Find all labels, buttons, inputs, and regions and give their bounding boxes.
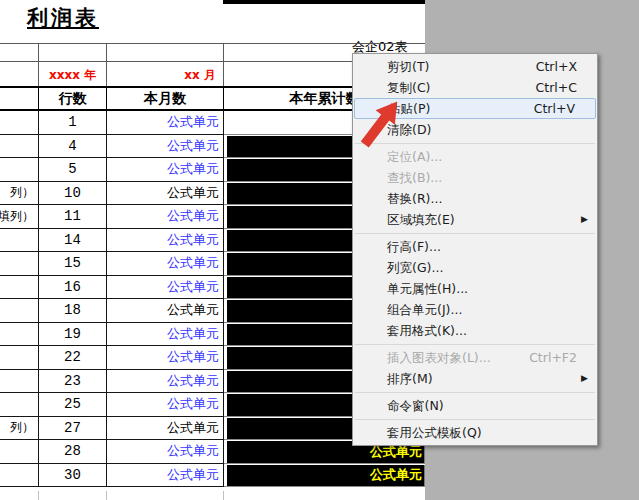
cell-line-number[interactable]: 11 [39,205,107,229]
grid-cell[interactable] [0,62,39,86]
menu-item-paste[interactable]: 粘贴(P)Ctrl+V [354,98,596,119]
menu-item-sort[interactable]: 排序(M)▶ [353,368,597,389]
cell-item[interactable]: 列） [0,417,39,441]
cell-item[interactable] [0,158,39,182]
menu-item-cell-properties[interactable]: 单元属性(H)... [353,278,597,299]
menu-item-copy[interactable]: 复制(C)Ctrl+C [353,77,597,98]
menu-item-apply-format[interactable]: 套用格式(K)... [353,320,597,341]
cell-line-number[interactable]: 10 [39,182,107,206]
menu-item-merge-cells[interactable]: 组合单元(J)... [353,299,597,320]
cell-month-formula[interactable]: 公式单元 [107,299,224,323]
cell-month-formula[interactable]: 公式单元 [107,182,224,206]
cell-month-formula[interactable]: 公式单元 [107,464,224,488]
cell-item[interactable] [0,252,39,276]
item-text-fragment: 填列） [0,208,34,225]
menu-item-fill-range[interactable]: 区域填充(E)▶ [353,209,597,230]
menu-item-apply-formula-template[interactable]: 套用公式模板(Q) [353,422,597,443]
menu-item-command-window[interactable]: 命令窗(N) [353,395,597,416]
menu-separator [355,143,595,144]
item-text-fragment: 列） [10,419,34,436]
cell-month-formula[interactable]: 公式单元 [107,205,224,229]
cell-line-number[interactable]: 23 [39,370,107,394]
grid-cell[interactable]: xx 月 [107,62,224,86]
cell-item[interactable] [0,393,39,417]
grid-cell[interactable]: xxxx 年 [39,62,107,86]
cell-line-number[interactable]: 14 [39,229,107,253]
selected-cell-fill: 公式单元 [227,465,425,487]
grid-cell[interactable] [0,44,39,61]
header-item-column[interactable] [0,88,39,111]
cell-line-number[interactable]: 27 [39,417,107,441]
grid-cell[interactable] [39,44,107,61]
cell-item[interactable] [0,346,39,370]
page-title: 利润表 [27,4,99,32]
cell-month-formula[interactable]: 公式单元 [107,135,224,159]
cell-month-formula[interactable]: 公式单元 [107,370,224,394]
item-text-fragment: 列） [10,184,34,201]
cell-month-formula[interactable]: 公式单元 [107,111,224,135]
cell-ytd[interactable]: 公式单元 [224,464,425,488]
month-label: xx 月 [184,67,223,86]
cell-item[interactable] [0,440,39,464]
cell-month-formula[interactable]: 公式单元 [107,393,224,417]
menu-item-insert-chart: 插入图表对象(L)...Ctrl+F2 [353,347,597,368]
cell-line-number[interactable]: 1 [39,111,107,135]
menu-item-replace[interactable]: 替换(R)... [353,188,597,209]
cell-item[interactable]: 填列） [0,205,39,229]
cell-line-number[interactable]: 18 [39,299,107,323]
year-label: xxxx 年 [49,67,96,86]
menu-item-cut[interactable]: 剪切(T)Ctrl+X [353,56,597,77]
cell-item[interactable] [0,370,39,394]
menu-shortcut: Ctrl+X [536,56,577,77]
cell-month-formula[interactable]: 公式单元 [107,276,224,300]
menu-separator [355,233,595,234]
cell-line-number[interactable]: 22 [39,346,107,370]
cell-item[interactable] [0,135,39,159]
header-current-month[interactable]: 本月数 [107,88,224,111]
cell-line-number[interactable]: 30 [39,464,107,488]
cell-month-formula[interactable]: 公式单元 [107,323,224,347]
menu-item-goto: 定位(A)... [353,146,597,167]
menu-item-clear[interactable]: 清除(D) [353,119,597,140]
cell-line-number[interactable]: 28 [39,440,107,464]
cell-month-formula[interactable]: 公式单元 [107,229,224,253]
cell-line-number[interactable]: 4 [39,135,107,159]
cell-item[interactable] [0,229,39,253]
grid-cell[interactable] [107,44,224,61]
cell-month-formula[interactable]: 公式单元 [107,252,224,276]
context-menu: 剪切(T)Ctrl+X复制(C)Ctrl+C粘贴(P)Ctrl+V清除(D)定位… [352,53,598,446]
cell-month-formula[interactable]: 公式单元 [107,417,224,441]
table-row: 30公式单元公式单元 [0,464,425,488]
cell-line-number[interactable]: 15 [39,252,107,276]
cell-month-formula[interactable]: 公式单元 [107,440,224,464]
ytd-formula-text: 公式单元 [370,466,424,484]
cell-line-number[interactable]: 5 [39,158,107,182]
menu-separator [355,344,595,345]
menu-shortcut: Ctrl+F2 [529,347,577,368]
cell-month-formula[interactable]: 公式单元 [107,158,224,182]
menu-shortcut: Ctrl+V [534,99,575,118]
cell-item[interactable]: 列） [0,182,39,206]
menu-item-row-height[interactable]: 行高(F)... [353,236,597,257]
cell-line-number[interactable]: 25 [39,393,107,417]
cell-item[interactable] [0,299,39,323]
menu-separator [355,419,595,420]
submenu-arrow-icon: ▶ [581,368,588,389]
cell-line-number[interactable]: 16 [39,276,107,300]
submenu-arrow-icon: ▶ [581,209,588,230]
menu-item-col-width[interactable]: 列宽(G)... [353,257,597,278]
menu-separator [355,392,595,393]
gridline-stubs [0,489,425,500]
cell-month-formula[interactable]: 公式单元 [107,346,224,370]
cell-item[interactable] [0,323,39,347]
cell-item[interactable] [0,464,39,488]
cell-item[interactable] [0,276,39,300]
cell-line-number[interactable]: 19 [39,323,107,347]
menu-item-find: 查找(B)... [353,167,597,188]
header-line-number[interactable]: 行数 [39,88,107,111]
menu-shortcut: Ctrl+C [536,77,577,98]
cell-item[interactable] [0,111,39,135]
selected-cell-fill-top [223,0,425,4]
